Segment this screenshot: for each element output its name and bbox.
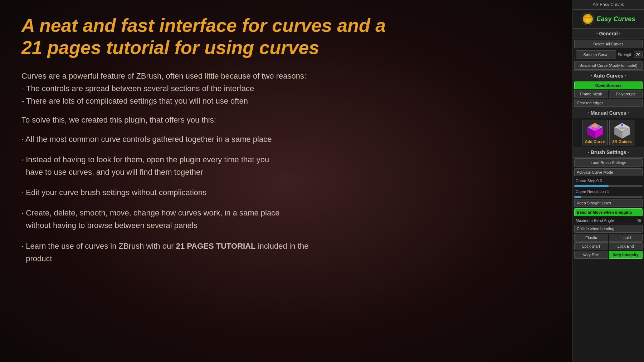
- manual-curves-row: Add Curve ZR Guides: [573, 118, 644, 147]
- keep-straight-lines-button[interactable]: Keep Straight Lines: [574, 199, 643, 207]
- section-auto-curves: · Auto Curves ·: [573, 70, 644, 81]
- smooth-curve-row: Smooth Curve Strength 20: [573, 49, 644, 60]
- svg-point-6: [590, 127, 591, 129]
- max-bend-value: 45: [635, 218, 643, 223]
- easy-curves-logo-icon: [581, 13, 594, 25]
- add-curve-cube-icon: [586, 122, 604, 139]
- curve-resolution-row: Curve Resolution 1: [573, 188, 644, 195]
- max-bend-label: Maximum Bend Angle: [574, 218, 615, 223]
- curve-step-row: Curve Step 0.5: [573, 177, 644, 185]
- main-content: A neat and fast interface for curves and…: [0, 0, 572, 362]
- load-brush-settings-button[interactable]: Load Brush Settings: [574, 158, 643, 167]
- strength-row: Strength 20: [617, 51, 643, 58]
- curve-resolution-label: Curve Resolution 1: [574, 188, 643, 195]
- zr-guides-button[interactable]: ZR Guides: [609, 120, 635, 145]
- section-general: · General ·: [573, 28, 644, 39]
- curve-resolution-slider[interactable]: [574, 196, 643, 198]
- zr-guides-cube-icon: [613, 122, 631, 139]
- section-brush-settings: · Brush Settings ·: [573, 147, 644, 158]
- zr-guides-label: ZR Guides: [612, 139, 632, 144]
- vary-row: Vary Size Vary Intensity: [573, 251, 644, 259]
- add-curve-label: Add Curve: [585, 139, 605, 144]
- liquid-button[interactable]: Liquid: [609, 234, 643, 242]
- snapshot-curve-button[interactable]: Snapshot Curve (Apply to model): [574, 61, 643, 70]
- delete-all-curves-button[interactable]: Delete All Curves: [574, 40, 643, 48]
- logo-row: Easy Curves: [573, 10, 644, 28]
- vary-intensity-button[interactable]: Vary Intensity: [609, 251, 643, 259]
- open-borders-button[interactable]: Open Borders: [574, 81, 643, 89]
- max-bend-row: Maximum Bend Angle 45: [573, 217, 644, 224]
- lock-row: Lock Start Lock End: [573, 242, 644, 251]
- svg-point-16: [621, 124, 623, 126]
- section-manual-curves: · Manual Curves ·: [573, 108, 644, 118]
- strength-label: Strength: [617, 52, 633, 58]
- bullet-5: · Learn the use of curves in ZBrush with…: [21, 240, 397, 265]
- bullet-2: · Instead of having to look for them, op…: [21, 153, 397, 178]
- auto-curves-row2: Frame Mesh Polygroups: [573, 90, 644, 98]
- main-body: Curves are a powerful feature of ZBrush,…: [21, 70, 397, 265]
- strength-value: 20: [634, 51, 643, 58]
- curve-step-slider[interactable]: [574, 185, 643, 187]
- intro-text: Curves are a powerful feature of ZBrush,…: [21, 70, 397, 108]
- frame-mesh-button[interactable]: Frame Mesh: [574, 90, 608, 98]
- page-title: A neat and fast interface for curves and…: [21, 14, 397, 59]
- add-curve-button[interactable]: Add Curve: [582, 120, 608, 145]
- smooth-curve-button[interactable]: Smooth Curve: [576, 50, 616, 59]
- bullet-3: · Edit your curve brush settings without…: [21, 186, 397, 199]
- auto-curves-row1: Open Borders: [573, 81, 644, 90]
- polygroups-button[interactable]: Polygroups: [609, 90, 643, 98]
- elastic-button[interactable]: Elastic: [574, 234, 608, 242]
- svg-point-7: [601, 126, 602, 127]
- curve-step-label: Curve Step 0.5: [574, 178, 643, 184]
- bullet-1: · All the most common curve controls gat…: [21, 133, 397, 145]
- creased-edges-button[interactable]: Creased edges: [574, 99, 643, 107]
- bend-or-move-button[interactable]: Bend or Move when dragging: [574, 208, 643, 216]
- lock-start-button[interactable]: Lock Start: [574, 242, 608, 250]
- activate-curve-mode-button[interactable]: Activate Curve Mode: [574, 168, 643, 176]
- solve-text: To solve this, we created this plugin, t…: [21, 114, 397, 126]
- sidebar-header: AS Easy Curves: [573, 0, 644, 10]
- lock-end-button[interactable]: Lock End: [609, 242, 643, 250]
- collide-when-bending-button[interactable]: Collide when bending: [574, 225, 643, 233]
- logo-text: Easy Curves: [596, 15, 635, 23]
- sidebar: AS Easy Curves Easy Curves · General · D…: [572, 0, 644, 362]
- bullet-4: · Create, delete, smooth, move, change h…: [21, 207, 397, 232]
- vary-size-button[interactable]: Vary Size: [574, 251, 608, 259]
- elastic-liquid-row: Elastic Liquid: [573, 233, 644, 242]
